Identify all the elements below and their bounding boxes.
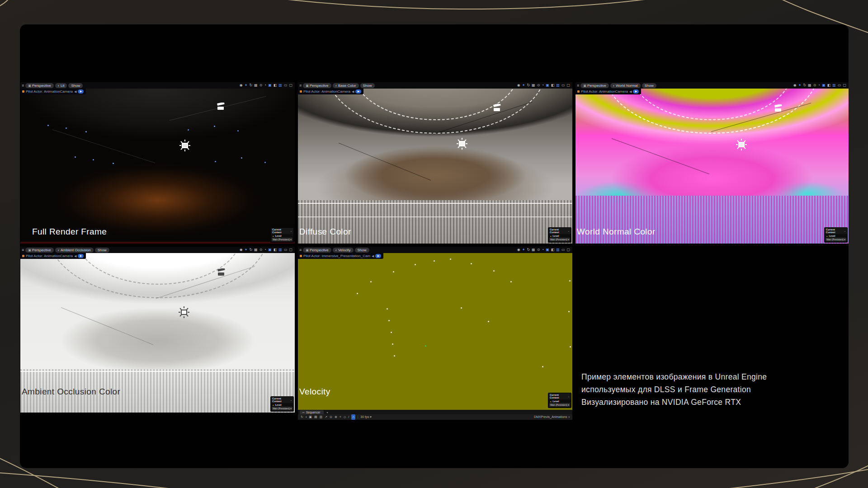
sequencer-tool-icon[interactable]: ▥: [320, 414, 323, 420]
pilot-play-button[interactable]: ▶: [633, 89, 639, 94]
viewport-tool-icon[interactable]: ↻: [249, 247, 252, 253]
viewport-tool-icon[interactable]: ↻: [803, 82, 806, 89]
viewport-tool-icon[interactable]: ◧: [274, 82, 277, 89]
level-select[interactable]: Main (Persistent) ▾: [826, 238, 846, 241]
show-button[interactable]: Show: [68, 83, 83, 88]
sequencer-tool-icon[interactable]: ▪: [306, 414, 307, 420]
level-select[interactable]: Main (Persistent) ▾: [549, 238, 570, 241]
level-select[interactable]: Main (Persistent) ▾: [272, 238, 292, 241]
viewport-tool-icon[interactable]: ▢: [566, 82, 570, 89]
sequencer-tool-icon[interactable]: ⊕: [335, 414, 337, 420]
viewport-tool-icon[interactable]: ◧: [551, 247, 555, 253]
viewport-tool-icon[interactable]: ▣: [268, 247, 272, 253]
viewport-tool-icon[interactable]: ✦: [522, 82, 525, 89]
collapse-icon[interactable]: ⌄: [290, 230, 292, 232]
viewport-tool-icon[interactable]: ▣: [822, 82, 826, 89]
view-mode-button[interactable]: ◐Ambient Occlusion: [55, 248, 94, 253]
viewport-tool-icon[interactable]: ◔: [542, 247, 544, 253]
sequencer-tool-icon[interactable]: ↗: [325, 414, 327, 420]
viewport-tool-icon[interactable]: ▦: [254, 82, 258, 89]
viewport-tool-icon[interactable]: ▥: [278, 82, 282, 89]
viewport-tool-icon[interactable]: ▢: [566, 247, 570, 253]
viewport-tool-icon[interactable]: ▣: [546, 247, 549, 253]
viewport-tool-icon[interactable]: ▥: [556, 82, 560, 89]
viewport-tool-icon[interactable]: ◔: [542, 82, 544, 89]
viewport-tool-icon[interactable]: ✦: [798, 82, 802, 89]
show-button[interactable]: Show: [642, 83, 656, 88]
viewport-tool-icon[interactable]: ✦: [245, 82, 248, 89]
show-button[interactable]: Show: [360, 83, 375, 88]
eject-pilot-icon[interactable]: ◀: [629, 90, 632, 94]
viewport-tool-icon[interactable]: ▭: [561, 247, 565, 253]
level-select[interactable]: Main (Persistent) ▾: [272, 407, 292, 410]
eject-pilot-icon[interactable]: ◀: [372, 254, 374, 258]
viewport-tool-icon[interactable]: ▥: [556, 247, 560, 253]
viewport-tool-icon[interactable]: ▭: [284, 247, 288, 253]
sequencer-tool-icon[interactable]: ▣: [309, 414, 312, 420]
perspective-button[interactable]: ▣Perspective: [303, 248, 331, 253]
perspective-button[interactable]: ▣Perspective: [303, 83, 331, 88]
viewport-tool-icon[interactable]: ▣: [268, 82, 272, 89]
viewport-tool-icon[interactable]: ◉: [793, 82, 797, 89]
viewport-tool-icon[interactable]: ◧: [274, 247, 277, 253]
show-button[interactable]: Show: [355, 248, 369, 253]
sequencer-tool-icon[interactable]: ∩: [351, 414, 355, 420]
viewport-menu-icon[interactable]: ≡: [22, 247, 24, 253]
view-mode-button[interactable]: ◐Lit: [55, 83, 67, 88]
collapse-icon[interactable]: ⌄: [568, 230, 570, 232]
viewport-tool-icon[interactable]: ▦: [532, 247, 535, 253]
viewport-tool-icon[interactable]: ▣: [546, 82, 549, 89]
viewport-tool-icon[interactable]: ⊙: [537, 82, 540, 89]
lock-icon[interactable]: ▪: [569, 414, 570, 420]
viewport-tool-icon[interactable]: ▭: [284, 82, 288, 89]
viewport-tool-icon[interactable]: ↻: [527, 82, 530, 89]
eject-pilot-icon[interactable]: ◀: [352, 90, 354, 94]
level-select[interactable]: Main (Persistent) ▾: [549, 403, 570, 407]
viewport-tool-icon[interactable]: ▢: [289, 82, 292, 89]
viewport-tool-icon[interactable]: ▢: [289, 247, 292, 253]
collapse-icon[interactable]: ⌄: [844, 230, 846, 232]
eject-pilot-icon[interactable]: ◀: [74, 254, 76, 258]
sequencer-tool-icon[interactable]: ⊙: [330, 414, 332, 420]
viewport-tool-icon[interactable]: ◉: [517, 82, 520, 89]
viewport-menu-icon[interactable]: ≡: [299, 82, 302, 89]
viewport-tool-icon[interactable]: ↻: [249, 82, 252, 89]
viewport-tool-icon[interactable]: ▭: [561, 82, 565, 89]
sequencer-tool-icon[interactable]: /: [348, 414, 349, 420]
viewport-tool-icon[interactable]: ▦: [808, 82, 811, 89]
perspective-button[interactable]: ▣Perspective: [25, 83, 53, 88]
viewport-tool-icon[interactable]: ▭: [838, 82, 841, 89]
sequencer-tab[interactable]: ≔Sequencer: [300, 410, 324, 414]
viewport-tool-icon[interactable]: ↻: [527, 247, 530, 253]
viewport-tool-icon[interactable]: ✦: [245, 247, 248, 253]
viewport-tool-icon[interactable]: ⊙: [537, 247, 540, 253]
pilot-play-button[interactable]: ▶: [78, 89, 84, 94]
viewport-tool-icon[interactable]: ◉: [240, 82, 243, 89]
viewport-menu-icon[interactable]: ≡: [577, 82, 579, 89]
viewport-tool-icon[interactable]: ◧: [551, 82, 555, 89]
pilot-play-button[interactable]: ▶: [355, 89, 361, 94]
viewport-tool-icon[interactable]: ◉: [517, 247, 520, 253]
view-mode-button[interactable]: ◐Velocity: [333, 248, 354, 253]
sequencer-tool-icon[interactable]: ▤: [314, 414, 317, 420]
viewport-tool-icon[interactable]: ⊙: [259, 247, 263, 253]
viewport-menu-icon[interactable]: ≡: [299, 247, 302, 253]
viewport-tool-icon[interactable]: ◉: [240, 247, 243, 253]
viewport-tool-icon[interactable]: ⊙: [813, 82, 816, 89]
eject-pilot-icon[interactable]: ◀: [74, 90, 76, 94]
collapse-icon[interactable]: ⌄: [290, 399, 292, 401]
viewport-tool-icon[interactable]: ◔: [264, 247, 266, 253]
viewport-tool-icon[interactable]: ▦: [532, 82, 535, 89]
viewport-tool-icon[interactable]: ▦: [254, 247, 258, 253]
perspective-button[interactable]: ▣Perspective: [580, 83, 609, 88]
viewport-tool-icon[interactable]: ▥: [278, 247, 282, 253]
sequencer-tool-icon[interactable]: ◇: [344, 414, 346, 420]
pilot-play-button[interactable]: ▶: [375, 254, 381, 258]
view-mode-button[interactable]: ◐Base Color: [333, 83, 359, 88]
perspective-button[interactable]: ▣Perspective: [25, 248, 53, 253]
fps-select[interactable]: 30 fps ▾: [360, 414, 372, 420]
viewport-tool-icon[interactable]: ⊙: [259, 82, 263, 89]
viewport-tool-icon[interactable]: ◧: [827, 82, 831, 89]
viewport-menu-icon[interactable]: ≡: [22, 82, 24, 89]
tab-dropdown-icon[interactable]: ▾: [326, 411, 328, 414]
